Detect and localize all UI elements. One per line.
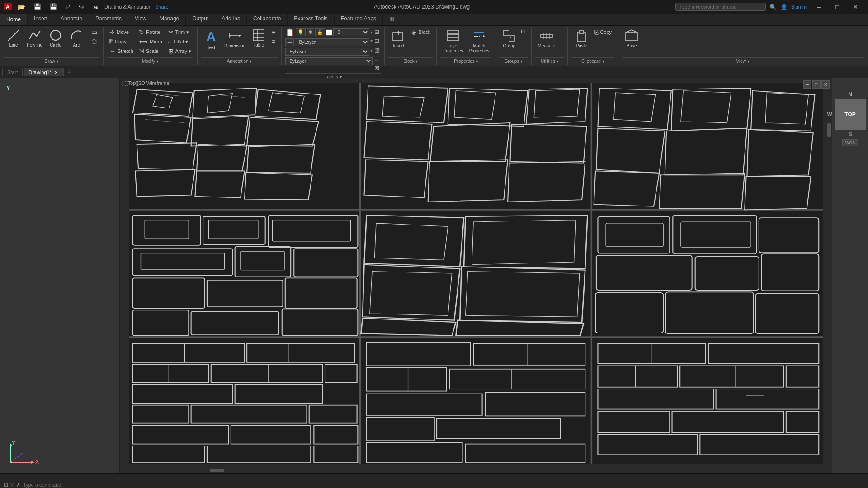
search-input[interactable] xyxy=(675,3,766,11)
cmd-filter-icon[interactable]: ▽ xyxy=(10,482,14,487)
viewport-maximize-button[interactable]: □ xyxy=(812,80,821,89)
lineweight-combo[interactable]: ByLayer xyxy=(285,48,369,56)
navigation-cube[interactable]: N S E W TOP xyxy=(832,94,868,130)
save-icon[interactable]: 💾 xyxy=(31,2,43,11)
trim-button[interactable]: ✂ Trim ▾ xyxy=(166,28,193,37)
vertical-scrollbar[interactable] xyxy=(826,78,832,468)
match-properties-button[interactable]: MatchProperties xyxy=(467,28,492,55)
tab-expresstools[interactable]: Express Tools xyxy=(288,14,334,25)
tab-view[interactable]: View xyxy=(128,14,153,25)
base-button[interactable]: Base xyxy=(622,28,642,50)
stretch-button[interactable]: ↔ Stretch xyxy=(107,47,136,56)
circle-button[interactable]: Circle xyxy=(46,28,66,49)
view-group-label[interactable]: View ▾ xyxy=(622,57,864,64)
annotation-group-label[interactable]: Annotation ▾ xyxy=(201,57,278,64)
copy-button[interactable]: ⎘ Copy xyxy=(107,37,136,46)
layer-icon4[interactable]: ≡ xyxy=(373,55,381,63)
annot-extra2[interactable]: ≡ xyxy=(269,37,278,46)
share-button[interactable]: Share xyxy=(155,4,168,9)
wcs-button[interactable]: WCS xyxy=(842,139,858,146)
block-group-label[interactable]: Block ▾ xyxy=(388,57,433,64)
measure-button[interactable]: Measure xyxy=(535,28,557,50)
tab-insert[interactable]: Insert xyxy=(28,14,54,25)
viewport-close-button[interactable]: ✕ xyxy=(821,80,830,89)
linetype-dropdown[interactable]: ▾ xyxy=(370,38,373,46)
tab-annotate[interactable]: Annotate xyxy=(54,14,89,25)
linetype-icon[interactable]: — xyxy=(285,38,294,46)
linetype-combo[interactable]: ByLayer xyxy=(295,38,369,46)
tab-featuredapps[interactable]: Featured Apps xyxy=(335,14,383,25)
paste-button[interactable]: Paste xyxy=(571,28,591,50)
workspace-selector[interactable]: Drafting & Annotation xyxy=(104,4,151,9)
layer-icon1[interactable]: ⊞ xyxy=(373,28,381,36)
layer-icon2[interactable]: ⊡ xyxy=(373,37,381,45)
main-viewport[interactable]: [-][Top][2D Wireframe] ─ □ ✕ xyxy=(120,78,832,473)
tab-collaborate[interactable]: Collaborate xyxy=(247,14,288,25)
tab-parametric[interactable]: Parametric xyxy=(89,14,128,25)
maximize-button[interactable]: □ xyxy=(828,0,846,14)
drawing1-close-icon[interactable]: ✕ xyxy=(53,70,59,75)
tab-output[interactable]: Output xyxy=(186,14,215,25)
drawing1-tab[interactable]: Drawing1* ✕ xyxy=(24,68,64,76)
draw-group-label[interactable]: Draw ▾ xyxy=(4,57,99,64)
arc-button[interactable]: Arc xyxy=(66,28,86,49)
sign-in-button[interactable]: Sign In xyxy=(791,4,807,9)
search-icon[interactable]: 🔍 xyxy=(769,4,777,10)
scrollbar-thumb-v[interactable] xyxy=(827,123,831,137)
polygon-button[interactable]: ⬡ xyxy=(89,37,99,46)
utilities-group-label[interactable]: Utilities ▾ xyxy=(535,57,564,64)
group-button[interactable]: Group xyxy=(499,28,519,50)
line-button[interactable]: Line xyxy=(4,28,24,49)
fillet-button[interactable]: ⌐ Fillet ▾ xyxy=(166,37,193,46)
cmd-clear-icon[interactable]: ✗ xyxy=(16,482,21,488)
save-as-icon[interactable]: 💾 xyxy=(47,2,59,11)
insert-button[interactable]: Insert xyxy=(388,28,408,50)
viewport-minimize-button[interactable]: ─ xyxy=(803,80,811,89)
layer-freeze-icon[interactable]: ❄ xyxy=(307,28,314,36)
layer-name-combo[interactable]: 0 xyxy=(333,28,369,36)
lineweight-dropdown[interactable]: ▾ xyxy=(370,48,373,56)
layer-icon3[interactable]: ▦ xyxy=(373,46,381,54)
tab-manage[interactable]: Manage xyxy=(153,14,186,25)
start-tab[interactable]: Start xyxy=(2,68,23,76)
modify-group-label[interactable]: Modify ▾ xyxy=(107,57,193,64)
rectangle-button[interactable]: ▭ xyxy=(89,28,99,37)
minimize-button[interactable]: ─ xyxy=(810,0,828,14)
clipboard-group-label[interactable]: Clipboard ▾ xyxy=(571,57,614,64)
layer-properties-button[interactable]: LayerProperties xyxy=(440,28,466,55)
user-icon[interactable]: 👤 xyxy=(780,4,788,10)
layer-visibility-icon[interactable]: 💡 xyxy=(296,28,306,36)
scale-button[interactable]: ⇲ Scale xyxy=(137,47,165,56)
groups-group-label[interactable]: Groups ▾ xyxy=(499,57,528,64)
polyline-button[interactable]: Polyline xyxy=(24,28,45,49)
tab-extra[interactable]: ▦ xyxy=(383,14,401,25)
horizontal-scrollbar[interactable] xyxy=(120,468,832,473)
dimension-button[interactable]: Dimension xyxy=(222,28,248,50)
layer-icon5[interactable]: ⊠ xyxy=(373,64,381,72)
redo-icon[interactable]: ↪ xyxy=(76,2,86,11)
move-button[interactable]: ✛ Move xyxy=(107,28,136,37)
table-button[interactable]: Table xyxy=(249,28,269,49)
layer-lock-icon[interactable]: 🔒 xyxy=(315,28,325,36)
mirror-button[interactable]: ⟺ Mirror xyxy=(137,37,165,46)
cmd-expand-icon[interactable]: ⊡ xyxy=(4,482,8,488)
layer-color-swatch[interactable] xyxy=(326,29,332,36)
undo-icon[interactable]: ↩ xyxy=(63,2,73,11)
array-button[interactable]: ⊞ Array ▾ xyxy=(166,47,193,56)
properties-group-label[interactable]: Properties ▾ xyxy=(440,57,491,64)
plot-style-combo[interactable]: ByLayer xyxy=(285,57,373,65)
rotate-button[interactable]: ↻ Rotate xyxy=(137,28,165,37)
text-button[interactable]: A Text xyxy=(201,28,221,52)
layer-properties-icon[interactable]: 📋 xyxy=(285,28,294,37)
tab-addins[interactable]: Add-ins xyxy=(215,14,247,25)
tab-home[interactable]: Home xyxy=(0,14,28,25)
annot-extra1[interactable]: ≡ xyxy=(269,28,278,37)
close-button[interactable]: ✕ xyxy=(846,0,864,14)
print-icon[interactable]: 🖨 xyxy=(90,2,101,11)
clipboard-copy-button[interactable]: ⎘ Copy xyxy=(592,28,614,37)
command-input[interactable] xyxy=(23,482,864,488)
group-extra-icon[interactable]: ⊡ xyxy=(520,28,526,35)
layer-dropdown-arrow[interactable]: ▾ xyxy=(370,30,373,35)
add-tab-button[interactable]: + xyxy=(65,68,73,76)
open-file-icon[interactable]: 📂 xyxy=(15,2,28,11)
